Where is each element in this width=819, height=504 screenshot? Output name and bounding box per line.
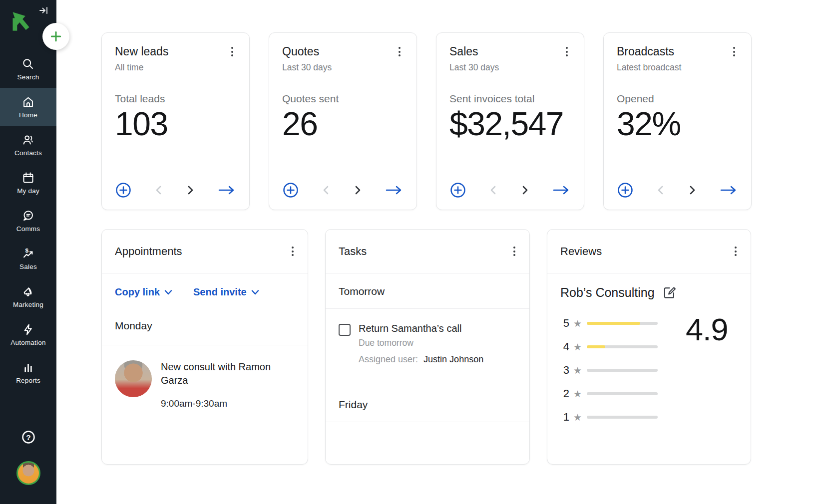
next-page-button[interactable]: [185, 185, 195, 196]
task-section-label: Tomorrow: [326, 273, 529, 308]
card-menu-button[interactable]: [732, 245, 740, 258]
card-title: Tasks: [339, 245, 367, 258]
keap-arrow-icon: [9, 11, 33, 33]
task-item[interactable]: Return Samantha’s call Due tomorrow Assi…: [326, 309, 529, 365]
go-to-report-button[interactable]: [217, 185, 236, 196]
sidebar-item-reports[interactable]: Reports: [0, 353, 56, 391]
assigned-user-name: Justin Johnson: [423, 354, 483, 364]
sidebar-item-automation[interactable]: Automation: [0, 315, 56, 353]
svg-text:$: $: [25, 247, 28, 254]
business-name: Rob’s Consulting: [560, 285, 655, 300]
metric-label: Total leads: [115, 93, 236, 105]
ratings-breakdown: 5 ★ 4 ★ 3 ★: [560, 317, 738, 424]
star-icon: ★: [573, 342, 582, 352]
average-rating: 4.9: [686, 314, 728, 424]
user-avatar[interactable]: [16, 461, 40, 485]
prev-page-button[interactable]: [154, 185, 164, 196]
task-assigned-row: Assigned user: Justin Johnson: [359, 354, 483, 365]
appointment-time: 9:00am-9:30am: [161, 398, 281, 409]
sidebar-item-home[interactable]: Home: [0, 88, 56, 126]
prev-page-button[interactable]: [656, 185, 666, 196]
arrow-right-icon: [719, 185, 738, 196]
card-title: Reviews: [560, 245, 602, 258]
next-page-button[interactable]: [687, 185, 697, 196]
collapse-sidebar-button[interactable]: [37, 4, 50, 17]
reviews-card: Reviews Rob’s Consulting: [547, 229, 751, 465]
widget-row: Appointments Copy link Send invite: [101, 229, 819, 465]
metric-value: 32%: [617, 107, 738, 141]
chat-bubble-icon: [21, 209, 35, 223]
sidebar-item-marketing[interactable]: Marketing: [0, 277, 56, 315]
card-menu-button[interactable]: [730, 45, 738, 58]
card-menu-button[interactable]: [563, 45, 571, 58]
sidebar-item-my-day[interactable]: My day: [0, 164, 56, 202]
edit-pencil-icon: [663, 286, 676, 299]
arrow-right-icon: [552, 185, 571, 196]
rating-bar-row: 4 ★: [560, 340, 658, 353]
task-title: Return Samantha’s call: [359, 323, 483, 334]
sidebar-nav: Search Home Contacts: [0, 50, 56, 391]
sidebar-item-label: Marketing: [13, 301, 43, 308]
card-title: New leads: [115, 45, 168, 58]
metric-value: 103: [115, 107, 236, 141]
card-subtitle: Latest broadcast: [617, 62, 738, 73]
rating-bar-row: 3 ★: [560, 364, 658, 377]
sidebar-item-search[interactable]: Search: [0, 50, 56, 88]
copy-link-label: Copy link: [115, 286, 160, 298]
star-count: 2: [560, 387, 569, 400]
sidebar-item-comms[interactable]: Comms: [0, 202, 56, 240]
task-checkbox[interactable]: [339, 324, 351, 336]
bar-chart-icon: [21, 361, 35, 374]
go-to-report-button[interactable]: [385, 185, 404, 196]
assigned-user-label: Assigned user:: [359, 354, 418, 364]
rating-bar-track: [587, 369, 658, 372]
sidebar-item-label: My day: [17, 187, 39, 195]
prev-page-button[interactable]: [488, 185, 498, 196]
next-page-button[interactable]: [353, 185, 363, 196]
add-button[interactable]: [617, 182, 634, 199]
add-button[interactable]: [449, 182, 466, 199]
sidebar-item-label: Sales: [19, 263, 37, 270]
metric-value: $32,547: [449, 107, 571, 141]
sidebar-item-label: Home: [19, 111, 37, 119]
chevron-down-icon: [164, 289, 172, 295]
add-button[interactable]: [115, 182, 132, 199]
go-to-report-button[interactable]: [552, 185, 571, 196]
sidebar-item-sales[interactable]: $ Sales: [0, 240, 56, 277]
keap-logo[interactable]: [9, 11, 33, 33]
sidebar-item-contacts[interactable]: Contacts: [0, 126, 56, 164]
help-button[interactable]: ?: [20, 429, 36, 445]
edit-business-button[interactable]: [663, 286, 676, 299]
card-subtitle: Last 30 days: [449, 62, 571, 73]
star-count: 4: [560, 340, 569, 353]
metric-label: Opened: [617, 93, 738, 105]
appointment-item[interactable]: New consult with Ramon Garza 9:00am-9:30…: [115, 360, 295, 409]
task-due-date: Due tomorrow: [359, 338, 483, 348]
card-subtitle: Last 30 days: [282, 62, 404, 73]
quotes-card: Quotes Last 30 days Quotes sent 26: [269, 32, 417, 210]
circled-plus-icon: [449, 182, 466, 199]
card-subtitle: All time: [115, 62, 236, 73]
go-to-report-button[interactable]: [719, 185, 738, 196]
rating-bar-fill: [587, 345, 605, 348]
star-count: 1: [560, 411, 569, 424]
rating-bar-row: 1 ★: [560, 411, 658, 424]
sidebar-bottom: ?: [0, 429, 56, 504]
star-count: 3: [560, 364, 569, 377]
card-menu-button[interactable]: [228, 45, 236, 58]
card-menu-button[interactable]: [510, 245, 518, 258]
add-button[interactable]: [282, 182, 299, 199]
prev-page-button[interactable]: [321, 185, 331, 196]
sidebar-item-label: Automation: [10, 339, 45, 346]
calendar-icon: [21, 171, 35, 185]
contact-avatar: [115, 360, 152, 397]
next-page-button[interactable]: [520, 185, 530, 196]
task-section-label: Friday: [326, 365, 529, 422]
send-invite-button[interactable]: Send invite: [193, 286, 259, 298]
circled-plus-icon: [617, 182, 634, 199]
card-menu-button[interactable]: [396, 45, 404, 58]
copy-link-button[interactable]: Copy link: [115, 286, 172, 298]
contacts-icon: [21, 133, 35, 147]
add-new-button[interactable]: [42, 23, 69, 50]
card-menu-button[interactable]: [289, 245, 297, 258]
